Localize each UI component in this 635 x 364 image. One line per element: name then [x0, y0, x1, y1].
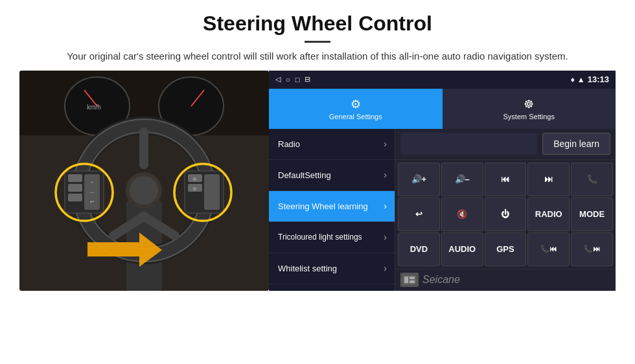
tel-prev-icon: 📞⏮: [540, 245, 557, 253]
subtitle: Your original car's steering wheel contr…: [65, 49, 570, 64]
android-panel: ◁ ○ □ ⊟ ♦ ▲ 13:13 ⚙ General Settings: [269, 71, 616, 291]
audio-button[interactable]: AUDIO: [441, 233, 483, 266]
tel-prev-button[interactable]: 📞⏮: [527, 233, 570, 266]
svg-text:⊗: ⊗: [192, 186, 197, 192]
menu-item-whitelist-label: Whitelist setting: [278, 264, 337, 273]
tel-next-button[interactable]: 📞⏭: [571, 233, 613, 266]
general-settings-icon: ⚙: [351, 97, 361, 111]
control-buttons: 🔊+ 🔊– ⏮ ⏭ 📞: [395, 160, 616, 269]
tab-system[interactable]: ☸ System Settings: [443, 89, 616, 129]
system-settings-icon: ☸: [524, 97, 534, 111]
begin-learn-button[interactable]: Begin learn: [542, 133, 610, 155]
nav-home-icon[interactable]: ○: [286, 76, 290, 84]
header-section: Steering Wheel Control Your original car…: [0, 0, 635, 71]
chevron-icon: ›: [384, 263, 387, 273]
call-icon: 📞: [587, 174, 597, 184]
svg-rect-34: [410, 277, 415, 279]
tab-system-label: System Settings: [503, 113, 555, 120]
watermark-row: Seicane: [395, 269, 616, 291]
nav-back-icon[interactable]: ◁: [275, 75, 281, 84]
gps-label: GPS: [496, 244, 514, 254]
svg-rect-19: [68, 194, 82, 201]
menu-item-radio-label: Radio: [278, 139, 300, 149]
svg-rect-27: [204, 174, 220, 210]
location-icon: ♦: [571, 75, 575, 84]
svg-rect-33: [404, 277, 408, 283]
seicane-logo-icon: [400, 273, 419, 287]
svg-text:⊕: ⊕: [192, 176, 197, 182]
chevron-icon: ›: [384, 201, 387, 211]
menu-list: Radio › DefaultSetting › Steering Wheel …: [269, 129, 395, 291]
power-button[interactable]: ⏻: [485, 198, 527, 231]
nav-recents-icon[interactable]: □: [295, 76, 300, 84]
mute-icon: 🔇: [457, 209, 467, 219]
svg-rect-35: [410, 280, 415, 283]
statusbar-nav: ◁ ○ □ ⊟: [275, 75, 310, 84]
svg-rect-18: [68, 184, 82, 192]
hangup-icon: ↩: [415, 209, 422, 219]
svg-rect-17: [68, 174, 82, 182]
vol-up-button[interactable]: 🔊+: [398, 163, 440, 196]
vol-down-button[interactable]: 🔊–: [441, 163, 483, 196]
hangup-button[interactable]: ↩: [398, 198, 440, 231]
mode-label: MODE: [579, 209, 605, 219]
radio-button[interactable]: RADIO: [527, 198, 570, 231]
menu-item-radio[interactable]: Radio ›: [269, 129, 395, 160]
steering-wheel-svg: km/h + —: [19, 71, 269, 291]
chevron-icon: ›: [384, 170, 387, 180]
audio-label: AUDIO: [448, 244, 476, 254]
chevron-icon: ›: [384, 139, 387, 149]
tab-general-label: General Settings: [329, 113, 382, 120]
menu-item-tricoloured[interactable]: Tricoloured light settings ›: [269, 222, 395, 253]
buttons-row-3: DVD AUDIO GPS 📞⏮: [398, 233, 613, 266]
radio-label: RADIO: [535, 209, 562, 219]
buttons-row-2: ↩ 🔇 ⏻ RADIO MOD: [398, 198, 613, 231]
mode-button[interactable]: MODE: [571, 198, 613, 231]
menu-item-tricoloured-label: Tricoloured light settings: [278, 233, 362, 242]
gps-button[interactable]: GPS: [485, 233, 527, 266]
car-image-container: km/h + —: [19, 71, 269, 291]
page-title: Steering Wheel Control: [39, 12, 596, 36]
dvd-label: DVD: [410, 244, 428, 254]
controls-panel: Begin learn 🔊+ 🔊–: [395, 129, 616, 291]
menu-item-default[interactable]: DefaultSetting ›: [269, 160, 395, 191]
menu-item-default-label: DefaultSetting: [278, 170, 331, 180]
nav-cast-icon[interactable]: ⊟: [305, 75, 310, 84]
svg-text:↩: ↩: [90, 199, 95, 205]
tel-next-icon: 📞⏭: [584, 245, 600, 253]
svg-text:+: +: [91, 180, 93, 185]
seicane-watermark: Seicane: [422, 274, 460, 286]
learn-empty-field: [400, 133, 537, 155]
mute-button[interactable]: 🔇: [441, 198, 483, 231]
android-tabs: ⚙ General Settings ☸ System Settings: [269, 89, 616, 129]
prev-button[interactable]: ⏮: [485, 163, 527, 196]
statusbar-right: ♦ ▲ 13:13: [571, 74, 609, 84]
menu-item-whitelist[interactable]: Whitelist setting ›: [269, 253, 395, 284]
power-icon: ⏻: [501, 209, 509, 219]
buttons-row-1: 🔊+ 🔊– ⏮ ⏭ 📞: [398, 163, 613, 196]
tab-general[interactable]: ⚙ General Settings: [269, 89, 443, 129]
title-divider: [305, 41, 330, 43]
call-button[interactable]: 📞: [571, 163, 613, 196]
next-button[interactable]: ⏭: [527, 163, 570, 196]
begin-learn-row: Begin learn: [395, 129, 616, 160]
clock: 13:13: [588, 74, 609, 84]
menu-item-steering[interactable]: Steering Wheel learning ›: [269, 191, 395, 222]
svg-text:—: —: [90, 190, 95, 194]
vol-up-icon: 🔊+: [411, 174, 427, 184]
prev-icon: ⏮: [501, 174, 509, 184]
android-statusbar: ◁ ○ □ ⊟ ♦ ▲ 13:13: [269, 71, 616, 89]
svg-point-15: [130, 176, 158, 205]
android-body: Radio › DefaultSetting › Steering Wheel …: [269, 129, 616, 291]
svg-text:km/h: km/h: [87, 104, 101, 111]
vol-down-icon: 🔊–: [455, 174, 470, 184]
chevron-icon: ›: [384, 232, 387, 242]
next-icon: ⏭: [544, 174, 553, 184]
menu-item-steering-label: Steering Wheel learning: [278, 201, 368, 211]
content-area: km/h + —: [0, 71, 635, 365]
signal-icon: ▲: [577, 75, 585, 84]
dvd-button[interactable]: DVD: [398, 233, 440, 266]
page-wrapper: Steering Wheel Control Your original car…: [0, 0, 635, 364]
